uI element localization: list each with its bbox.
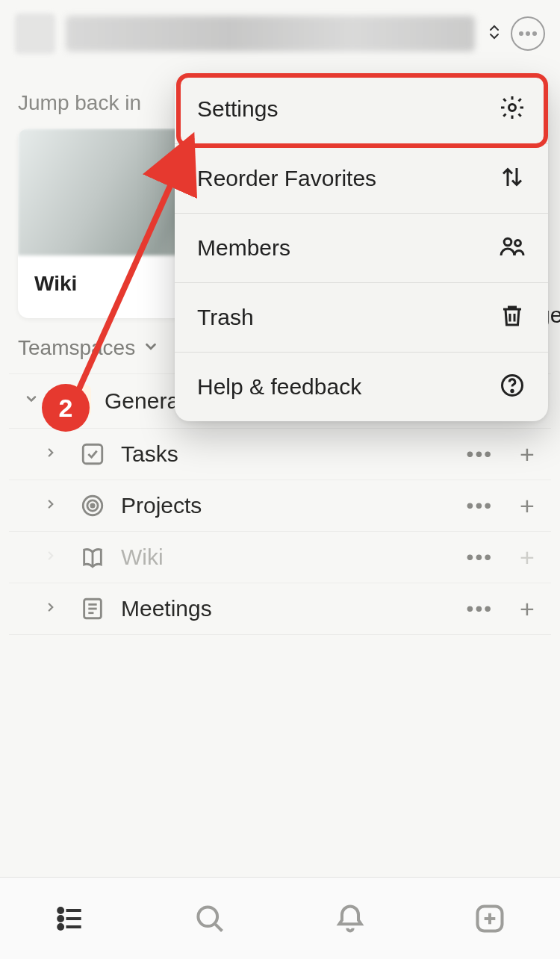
chevron-right-icon[interactable] bbox=[37, 599, 64, 618]
svg-point-21 bbox=[515, 240, 521, 246]
add-subpage-button[interactable]: + bbox=[512, 439, 542, 469]
page-row-tasks[interactable]: Tasks ••• + bbox=[9, 429, 551, 480]
tab-create[interactable] bbox=[467, 896, 512, 941]
more-options-button[interactable] bbox=[511, 16, 545, 51]
svg-point-3 bbox=[91, 504, 94, 507]
workspace-title[interactable] bbox=[66, 16, 475, 52]
svg-line-15 bbox=[216, 924, 223, 931]
chevron-down-icon bbox=[143, 336, 159, 360]
page-label: Meetings bbox=[121, 596, 447, 621]
checkbox-icon bbox=[78, 439, 108, 469]
gear-icon bbox=[499, 94, 526, 124]
tab-home[interactable] bbox=[48, 896, 93, 941]
page-more-button[interactable]: ••• bbox=[461, 545, 499, 569]
page-more-button[interactable]: ••• bbox=[461, 494, 499, 518]
svg-point-8 bbox=[58, 908, 63, 913]
menu-item-trash[interactable]: Trash bbox=[175, 283, 548, 353]
reorder-icon bbox=[499, 164, 526, 193]
workspace-header bbox=[0, 0, 560, 61]
add-subpage-button[interactable]: + bbox=[512, 594, 542, 624]
workspace-menu: Settings Reorder Favorites Members Trash… bbox=[175, 75, 548, 421]
add-subpage-button[interactable]: + bbox=[512, 491, 542, 521]
workspace-avatar[interactable] bbox=[15, 13, 55, 54]
tab-notifications[interactable] bbox=[328, 896, 373, 941]
menu-label: Help & feedback bbox=[197, 374, 361, 400]
trash-icon bbox=[499, 302, 526, 332]
svg-point-20 bbox=[504, 238, 511, 246]
menu-item-help[interactable]: Help & feedback bbox=[175, 353, 548, 421]
page-row-projects[interactable]: Projects ••• + bbox=[9, 480, 551, 532]
page-more-button[interactable]: ••• bbox=[461, 442, 499, 466]
chevron-right-icon[interactable] bbox=[37, 496, 64, 515]
target-icon bbox=[78, 491, 108, 521]
svg-rect-0 bbox=[83, 444, 102, 464]
menu-item-members[interactable]: Members bbox=[175, 214, 548, 283]
help-icon bbox=[499, 372, 526, 402]
page-row-wiki[interactable]: Wiki ••• + bbox=[9, 532, 551, 583]
chevron-updown-icon[interactable] bbox=[488, 24, 500, 44]
people-icon bbox=[499, 233, 526, 263]
teamspaces-label: Teamspaces bbox=[18, 336, 135, 360]
page-more-button[interactable]: ••• bbox=[461, 597, 499, 621]
svg-point-19 bbox=[509, 105, 516, 111]
svg-point-10 bbox=[58, 916, 63, 921]
menu-item-reorder-favorites[interactable]: Reorder Favorites bbox=[175, 144, 548, 214]
page-label: Wiki bbox=[121, 544, 447, 570]
add-subpage-button[interactable]: + bbox=[512, 542, 542, 572]
bottom-tab-bar bbox=[0, 877, 560, 959]
menu-label: Members bbox=[197, 235, 290, 261]
menu-label: Trash bbox=[197, 305, 254, 330]
annotation-step-badge: 2 bbox=[42, 384, 90, 432]
svg-point-14 bbox=[199, 907, 218, 926]
svg-point-25 bbox=[511, 390, 513, 391]
page-row-meetings[interactable]: Meetings ••• + bbox=[9, 583, 551, 635]
chevron-right-icon[interactable] bbox=[37, 547, 64, 567]
step-number: 2 bbox=[59, 394, 73, 423]
tab-search[interactable] bbox=[187, 896, 232, 941]
page-label: Projects bbox=[121, 493, 447, 518]
page-label: Tasks bbox=[121, 441, 447, 467]
menu-item-settings[interactable]: Settings bbox=[175, 75, 548, 144]
book-icon bbox=[78, 542, 108, 572]
menu-label: Reorder Favorites bbox=[197, 166, 376, 191]
document-icon bbox=[78, 594, 108, 624]
chevron-down-icon[interactable] bbox=[18, 391, 45, 411]
svg-point-12 bbox=[58, 925, 63, 929]
menu-label: Settings bbox=[197, 96, 278, 122]
chevron-right-icon[interactable] bbox=[37, 444, 64, 464]
